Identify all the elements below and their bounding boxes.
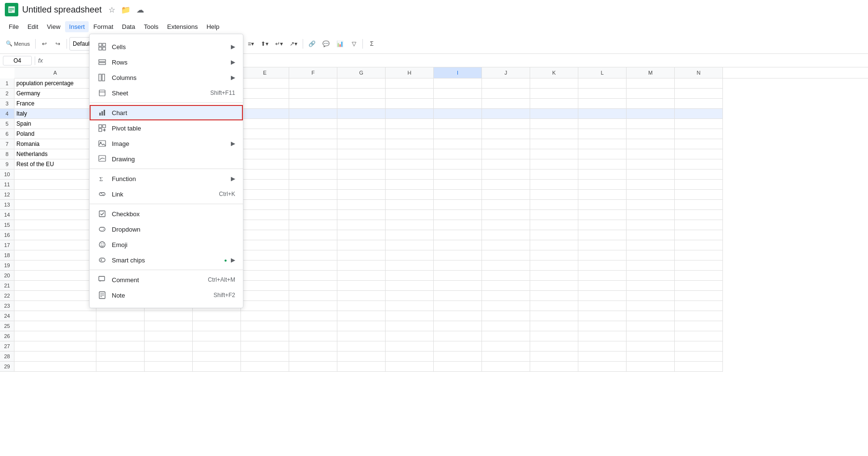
- cell-L1[interactable]: [578, 78, 627, 89]
- insert-columns-item[interactable]: Columns ▶: [90, 70, 243, 85]
- cell-H6[interactable]: [386, 129, 434, 139]
- cloud-icon[interactable]: ☁: [136, 5, 144, 14]
- cell-F5[interactable]: [289, 119, 337, 129]
- undo-button[interactable]: ↩: [38, 37, 51, 51]
- cell-E2[interactable]: [241, 89, 289, 99]
- cell-A3[interactable]: France: [14, 99, 96, 109]
- cell-I4[interactable]: [434, 109, 482, 119]
- cell-I1[interactable]: [434, 78, 482, 89]
- row-num-13[interactable]: 13: [0, 200, 14, 210]
- cell-H1[interactable]: [386, 78, 434, 89]
- cell-N7[interactable]: [675, 139, 723, 149]
- cell-G8[interactable]: [337, 149, 386, 159]
- cell-F6[interactable]: [289, 129, 337, 139]
- row-num-23[interactable]: 23: [0, 301, 14, 311]
- cell-M2[interactable]: [627, 89, 675, 99]
- cell-N3[interactable]: [675, 99, 723, 109]
- cell-A6[interactable]: Poland: [14, 129, 96, 139]
- cell-L9[interactable]: [578, 159, 627, 169]
- cell-G7[interactable]: [337, 139, 386, 149]
- cell-L2[interactable]: [578, 89, 627, 99]
- cell-L7[interactable]: [578, 139, 627, 149]
- cell-N9[interactable]: [675, 159, 723, 169]
- row-num-14[interactable]: 14: [0, 210, 14, 220]
- valign-button[interactable]: ⬆▾: [258, 37, 271, 51]
- cell-E4[interactable]: [241, 109, 289, 119]
- cell-G1[interactable]: [337, 78, 386, 89]
- cell-E5[interactable]: [241, 119, 289, 129]
- cell-I2[interactable]: [434, 89, 482, 99]
- cell-K4[interactable]: [530, 109, 578, 119]
- insert-comment-item[interactable]: Comment Ctrl+Alt+M: [90, 272, 243, 287]
- cell-N2[interactable]: [675, 89, 723, 99]
- insert-pivot-item[interactable]: Pivot table: [90, 120, 243, 136]
- star-icon[interactable]: ☆: [108, 5, 115, 14]
- menu-tools[interactable]: Tools: [140, 21, 162, 32]
- cell-L8[interactable]: [578, 149, 627, 159]
- row-num-16[interactable]: 16: [0, 230, 14, 240]
- cell-M5[interactable]: [627, 119, 675, 129]
- cell-H3[interactable]: [386, 99, 434, 109]
- cell-N8[interactable]: [675, 149, 723, 159]
- cell-L3[interactable]: [578, 99, 627, 109]
- row-num-8[interactable]: 8: [0, 149, 14, 159]
- cell-G2[interactable]: [337, 89, 386, 99]
- cell-J4[interactable]: [482, 109, 530, 119]
- row-num-3[interactable]: 3: [0, 99, 14, 109]
- insert-function-item[interactable]: Σ Function ▶: [90, 171, 243, 186]
- cell-M7[interactable]: [627, 139, 675, 149]
- cell-K3[interactable]: [530, 99, 578, 109]
- rotate-button[interactable]: ↗▾: [287, 37, 300, 51]
- cell-N5[interactable]: [675, 119, 723, 129]
- cell-E8[interactable]: [241, 149, 289, 159]
- cell-I8[interactable]: [434, 149, 482, 159]
- row-num-28[interactable]: 28: [0, 352, 14, 362]
- cell-J2[interactable]: [482, 89, 530, 99]
- cell-J6[interactable]: [482, 129, 530, 139]
- row-num-21[interactable]: 21: [0, 281, 14, 291]
- col-header-E[interactable]: E: [241, 67, 289, 78]
- cell-N4[interactable]: [675, 109, 723, 119]
- align-button[interactable]: ≡▾: [244, 37, 257, 51]
- cell-J8[interactable]: [482, 149, 530, 159]
- cell-A2[interactable]: Germany: [14, 89, 96, 99]
- cell-E9[interactable]: [241, 159, 289, 169]
- row-num-24[interactable]: 24: [0, 311, 14, 321]
- cell-H9[interactable]: [386, 159, 434, 169]
- cell-F1[interactable]: [289, 78, 337, 89]
- chart-button[interactable]: 📊: [334, 37, 347, 51]
- row-num-26[interactable]: 26: [0, 331, 14, 341]
- cell-F4[interactable]: [289, 109, 337, 119]
- cell-J7[interactable]: [482, 139, 530, 149]
- row-num-1[interactable]: 1: [0, 78, 14, 89]
- insert-sheet-item[interactable]: Sheet Shift+F11: [90, 85, 243, 101]
- cell-I5[interactable]: [434, 119, 482, 129]
- redo-button[interactable]: ↪: [52, 37, 64, 51]
- insert-cells-item[interactable]: Cells ▶: [90, 39, 243, 54]
- cell-G5[interactable]: [337, 119, 386, 129]
- col-header-F[interactable]: F: [289, 67, 337, 78]
- row-num-5[interactable]: 5: [0, 119, 14, 129]
- col-header-H[interactable]: H: [386, 67, 434, 78]
- menu-view[interactable]: View: [43, 21, 64, 32]
- cell-H4[interactable]: [386, 109, 434, 119]
- cell-L4[interactable]: [578, 109, 627, 119]
- row-num-17[interactable]: 17: [0, 240, 14, 250]
- cell-E7[interactable]: [241, 139, 289, 149]
- comment-button[interactable]: 💬: [320, 37, 333, 51]
- cell-H5[interactable]: [386, 119, 434, 129]
- cell-J9[interactable]: [482, 159, 530, 169]
- cell-F7[interactable]: [289, 139, 337, 149]
- cell-F9[interactable]: [289, 159, 337, 169]
- col-header-M[interactable]: M: [627, 67, 675, 78]
- insert-emoji-item[interactable]: Emoji: [90, 237, 243, 252]
- cell-K2[interactable]: [530, 89, 578, 99]
- row-num-15[interactable]: 15: [0, 220, 14, 230]
- wrap-button[interactable]: ↵▾: [272, 37, 286, 51]
- cell-E3[interactable]: [241, 99, 289, 109]
- document-title[interactable]: Untitled spreadsheet: [22, 5, 102, 15]
- cell-K9[interactable]: [530, 159, 578, 169]
- col-header-K[interactable]: K: [530, 67, 578, 78]
- cell-I7[interactable]: [434, 139, 482, 149]
- row-num-6[interactable]: 6: [0, 129, 14, 139]
